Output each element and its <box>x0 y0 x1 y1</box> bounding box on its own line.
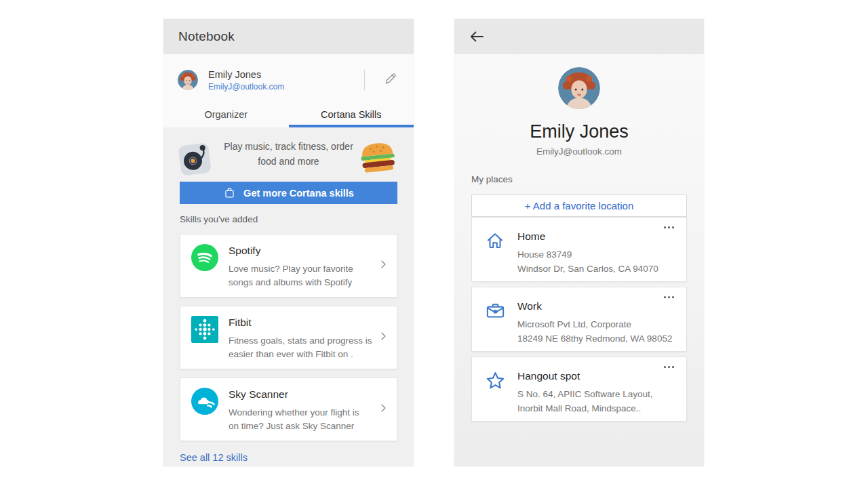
profile-name: Emily Jones <box>208 69 284 80</box>
shopping-bag-icon <box>223 186 236 199</box>
profile-email: EmilyJ@outlook.com <box>454 146 704 157</box>
tab-bar: Organizer Cortana Skills <box>163 102 414 127</box>
get-more-skills-label: Get more Cortana skills <box>243 188 354 199</box>
skill-description: Wondering whether your flight is on time… <box>229 406 359 434</box>
skill-name: Fitbit <box>229 317 372 329</box>
profile-tabs-section: Emily Jones EmilyJ@outlook.com Organizer <box>163 54 414 127</box>
place-text: Home House 83749 Windsor Dr, San Carlos,… <box>517 229 658 281</box>
skills-promo: Play music, track fitness, order food an… <box>163 127 414 182</box>
more-ellipsis-icon[interactable] <box>661 293 677 301</box>
profile-row: Emily Jones EmilyJ@outlook.com <box>163 54 414 102</box>
skill-description-line2: on time? Just ask Sky Scanner <box>229 420 359 433</box>
profile-email: EmilyJ@outlook.com <box>208 82 284 92</box>
skill-text: Sky Scanner Wondering whether your fligh… <box>229 388 359 432</box>
briefcase-icon <box>485 299 507 321</box>
home-icon <box>485 229 507 251</box>
place-address-line2: Inorbit Mall Road, Mindspace.. <box>517 402 653 416</box>
skill-name: Spotify <box>229 245 353 257</box>
star-icon <box>485 369 507 390</box>
edit-area <box>364 70 397 90</box>
profile-name: Emily Jones <box>454 121 704 142</box>
skill-card-sky-scanner[interactable]: Sky Scanner Wondering whether your fligh… <box>180 378 397 441</box>
skills-section-label: Skills you've added <box>180 214 397 224</box>
spotify-icon <box>191 244 218 271</box>
place-card-work[interactable]: Work Microsoft Pvt Ltd, Corporate 18249 … <box>471 287 687 352</box>
place-text: Hangout spot S No. 64, APIIC Software La… <box>517 369 653 421</box>
place-card-hangout-spot[interactable]: Hangout spot S No. 64, APIIC Software La… <box>471 357 687 422</box>
turntable-icon <box>177 140 214 180</box>
skyscanner-icon <box>191 388 218 415</box>
tab-cortana-skills[interactable]: Cortana Skills <box>289 102 414 127</box>
place-address-line1: S No. 64, APIIC Software Layout, <box>517 388 653 402</box>
tab-organizer-label: Organizer <box>204 109 248 120</box>
avatar <box>558 67 600 109</box>
avatar <box>178 70 198 90</box>
skill-description-line1: Fitness goals, stats and progress is <box>229 334 372 348</box>
hamburger-icon <box>357 137 399 179</box>
profile-info: Emily Jones EmilyJ@outlook.com <box>208 69 284 92</box>
place-address-line2: 18249 NE 68thy Redmond, WA 98052 <box>517 332 672 346</box>
skill-description-line2: songs and albums with Spotify <box>229 276 353 289</box>
place-card-home[interactable]: Home House 83749 Windsor Dr, San Carlos,… <box>471 217 687 282</box>
skill-card-fitbit[interactable]: Fitbit Fitness goals, stats and progress… <box>180 306 397 369</box>
my-places-label: My places <box>471 174 687 184</box>
chevron-right-icon <box>378 403 389 417</box>
place-name: Work <box>517 300 672 312</box>
tab-cortana-skills-label: Cortana Skills <box>321 109 381 120</box>
pencil-icon[interactable] <box>383 72 397 89</box>
chevron-right-icon <box>378 331 389 345</box>
skill-text: Spotify Love music? Play your favorite s… <box>229 244 353 289</box>
more-ellipsis-icon[interactable] <box>661 224 677 231</box>
skill-description: Love music? Play your favorite songs and… <box>229 262 353 290</box>
place-name: Hangout spot <box>517 370 653 382</box>
notebook-panel: Notebook Emily Jones EmilyJ@outlook.com <box>163 19 414 466</box>
tab-organizer[interactable]: Organizer <box>163 102 289 127</box>
more-ellipsis-icon[interactable] <box>661 363 677 371</box>
skill-description-line1: Love music? Play your favorite <box>229 262 353 276</box>
chevron-right-icon <box>378 259 389 273</box>
place-address-line2: Windsor Dr, San Carlos, CA 94070 <box>517 262 658 277</box>
divider <box>364 70 365 90</box>
place-address-line1: Microsoft Pvt Ltd, Corporate <box>517 318 672 332</box>
see-all-skills-link[interactable]: See all 12 skills <box>180 452 397 463</box>
get-more-skills-button[interactable]: Get more Cortana skills <box>180 182 397 204</box>
add-favorite-location-button[interactable]: + Add a favorite location <box>471 195 687 217</box>
place-name: Home <box>517 230 658 243</box>
screen: Notebook Emily Jones EmilyJ@outlook.com <box>0 0 868 488</box>
notebook-title: Notebook <box>178 29 235 44</box>
notebook-header: Notebook <box>163 19 414 54</box>
skill-description-line2: easier than ever with Fitbit on . <box>229 348 372 361</box>
back-arrow-icon[interactable] <box>467 25 490 48</box>
skill-card-spotify[interactable]: Spotify Love music? Play your favorite s… <box>180 234 397 298</box>
place-address-line1: House 83749 <box>517 248 658 262</box>
skill-description: Fitness goals, stats and progress is eas… <box>229 334 372 362</box>
skill-description-line1: Wondering whether your flight is <box>229 406 359 420</box>
place-text: Work Microsoft Pvt Ltd, Corporate 18249 … <box>517 299 672 351</box>
skill-text: Fitbit Fitness goals, stats and progress… <box>229 316 372 361</box>
profile-header <box>454 19 704 54</box>
skill-name: Sky Scanner <box>229 388 359 401</box>
promo-text: Play music, track fitness, order food an… <box>219 127 358 169</box>
profile-panel: Emily Jones EmilyJ@outlook.com My places… <box>454 19 704 466</box>
fitbit-icon <box>191 316 218 343</box>
